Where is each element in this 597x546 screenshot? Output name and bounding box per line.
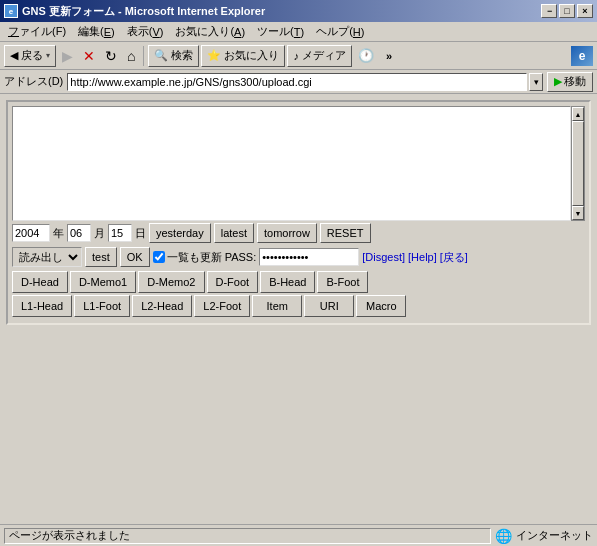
uri-button[interactable]: URI [304,295,354,317]
ie-logo: e [571,46,593,66]
restore-button[interactable]: □ [559,4,575,18]
menu-tools[interactable]: ツール(T) [251,23,310,41]
history-icon: 🕐 [358,48,374,63]
address-input-wrap: ▾ [67,73,543,91]
pass-input[interactable] [259,248,359,266]
zone-label: インターネット [516,528,593,543]
search-button[interactable]: 🔍 検索 [148,45,199,67]
bulk-update-checkbox[interactable] [153,251,165,263]
b-foot-button[interactable]: B-Foot [317,271,368,293]
stop-button[interactable]: ✕ [79,45,99,67]
globe-icon: 🌐 [495,528,512,544]
status-right: 🌐 インターネット [495,528,593,544]
month-label: 月 [94,226,105,241]
bulk-update-wrap: 一覧も更新 [153,250,222,265]
button-row-1: D-Head D-Memo1 D-Memo2 D-Foot B-Head B-F… [12,271,585,293]
favorites-icon: ⭐ [207,49,221,62]
media-icon: ♪ [293,50,299,62]
l1-foot-button[interactable]: L1-Foot [74,295,130,317]
day-input[interactable] [108,224,132,242]
title-bar-buttons: － □ × [541,4,593,18]
address-bar: アドレス(D) ▾ ▶ 移動 [0,70,597,94]
address-input[interactable] [67,73,527,91]
date-row: 年 月 日 yesterday latest tomorrow RESET [12,223,585,243]
more-icon: » [386,50,392,62]
back-arrow-icon: ◀ [10,49,18,62]
scroll-up-arrow[interactable]: ▲ [572,107,584,121]
toolbar-sep-1 [143,46,144,66]
scroll-thumb[interactable] [572,121,584,206]
status-message: ページが表示されました [4,528,491,544]
menu-favorites[interactable]: お気に入り(A) [169,23,251,41]
favorites-button[interactable]: ⭐ お気に入り [201,45,285,67]
media-label: メディア [302,48,346,63]
button-row-2: L1-Head L1-Foot L2-Head L2-Foot Item URI… [12,295,585,317]
minimize-button[interactable]: － [541,4,557,18]
forward-icon: ▶ [62,48,73,64]
content-frame: ▲ ▼ 年 月 日 yesterday latest tomorrow RESE… [6,100,591,325]
go-label: 移動 [564,74,586,89]
home-button[interactable]: ⌂ [123,45,139,67]
month-input[interactable] [67,224,91,242]
d-head-button[interactable]: D-Head [12,271,68,293]
menu-bar: ファイル(F) 編集(E) 表示(V) お気に入り(A) ツール(T) ヘルプ(… [0,22,597,42]
search-label: 検索 [171,48,193,63]
window-title: GNS 更新フォーム - Microsoft Internet Explorer [22,4,265,19]
ie-icon: e [4,4,18,18]
back-link[interactable]: [戻る] [440,250,468,265]
stop-icon: ✕ [83,48,95,64]
back-label: 戻る [21,48,43,63]
title-bar: e GNS 更新フォーム - Microsoft Internet Explor… [0,0,597,22]
menu-file[interactable]: ファイル(F) [2,23,72,41]
tomorrow-button[interactable]: tomorrow [257,223,317,243]
go-arrow-icon: ▶ [554,75,562,88]
scroll-down-arrow[interactable]: ▼ [572,206,584,220]
latest-button[interactable]: latest [214,223,254,243]
browser-window: e GNS 更新フォーム - Microsoft Internet Explor… [0,0,597,546]
macro-button[interactable]: Macro [356,295,406,317]
b-head-button[interactable]: B-Head [260,271,315,293]
home-icon: ⌂ [127,48,135,64]
back-button[interactable]: ◀ 戻る ▾ [4,45,56,67]
menu-help[interactable]: ヘルプ(H) [310,23,370,41]
status-bar: ページが表示されました 🌐 インターネット [0,524,597,546]
d-foot-button[interactable]: D-Foot [207,271,259,293]
test-button[interactable]: test [85,247,117,267]
media-button[interactable]: ♪ メディア [287,45,352,67]
l1-head-button[interactable]: L1-Head [12,295,72,317]
reset-button[interactable]: RESET [320,223,371,243]
refresh-icon: ↻ [105,48,117,64]
refresh-button[interactable]: ↻ [101,45,121,67]
close-button[interactable]: × [577,4,593,18]
favorites-label: お気に入り [224,48,279,63]
bulk-update-label: 一覧も更新 [167,250,222,265]
back-chevron-icon: ▾ [46,51,50,60]
status-text: ページが表示されました [9,528,130,543]
item-button[interactable]: Item [252,295,302,317]
search-icon: 🔍 [154,49,168,62]
history-button[interactable]: 🕐 [354,45,378,67]
main-area: ▲ ▼ 年 月 日 yesterday latest tomorrow RESE… [0,94,597,331]
yesterday-button[interactable]: yesterday [149,223,211,243]
help-link[interactable]: [Help] [408,251,437,263]
title-bar-left: e GNS 更新フォーム - Microsoft Internet Explor… [4,4,265,19]
d-memo2-button[interactable]: D-Memo2 [138,271,204,293]
load-select[interactable]: 読み出し [12,247,82,267]
forward-button[interactable]: ▶ [58,45,77,67]
year-input[interactable] [12,224,50,242]
vertical-scrollbar[interactable]: ▲ ▼ [571,106,585,221]
address-label: アドレス(D) [4,74,63,89]
more-button[interactable]: » [382,45,396,67]
menu-edit[interactable]: 編集(E) [72,23,121,41]
textarea-container: ▲ ▼ [12,106,585,223]
menu-view[interactable]: 表示(V) [121,23,170,41]
main-textarea[interactable] [12,106,571,221]
l2-head-button[interactable]: L2-Head [132,295,192,317]
d-memo1-button[interactable]: D-Memo1 [70,271,136,293]
digest-link[interactable]: [Disgest] [362,251,405,263]
go-button[interactable]: ▶ 移動 [547,72,593,92]
ok-button[interactable]: OK [120,247,150,267]
load-select-wrap: 読み出し [12,247,82,267]
address-dropdown[interactable]: ▾ [529,73,543,91]
l2-foot-button[interactable]: L2-Foot [194,295,250,317]
